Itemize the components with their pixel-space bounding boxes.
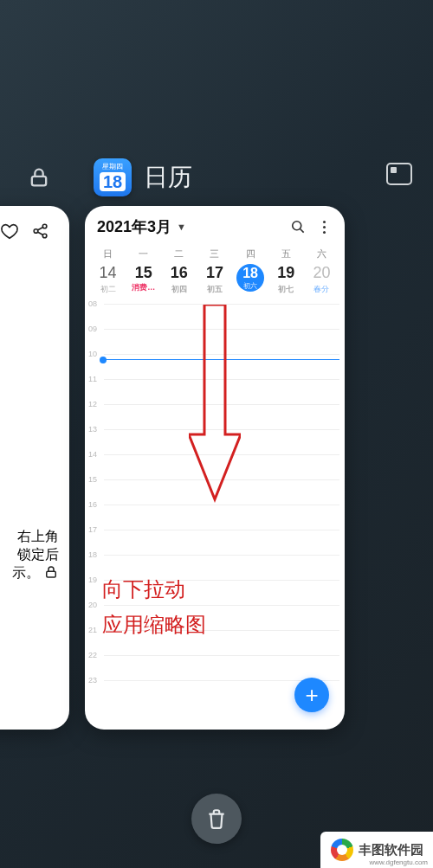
lock-icon <box>43 564 59 580</box>
lock-button[interactable] <box>0 165 78 190</box>
annotation-text: 向下拉动 应用缩略图 <box>102 572 206 643</box>
chevron-down-icon: ▼ <box>177 222 186 232</box>
trash-icon <box>205 807 228 830</box>
split-screen-icon[interactable] <box>386 163 412 185</box>
calendar-app-icon: 星期四 18 <box>94 158 132 196</box>
current-time-indicator <box>104 359 339 360</box>
weekday-label: 四 <box>233 248 268 260</box>
left-card-text-3: 示。 <box>12 564 59 582</box>
calendar-app-card[interactable]: 2021年3月 ▼ 日一二三四五六 14初二15消费…16初四17初五18初六1… <box>85 206 345 730</box>
heart-icon <box>0 222 19 241</box>
day-cell[interactable]: 19初七 <box>268 264 304 295</box>
close-all-button[interactable] <box>191 794 242 844</box>
calendar-toolbar: 2021年3月 ▼ <box>85 206 345 248</box>
left-card-text-2: 锁定后 <box>12 546 59 564</box>
hour-line: 14 <box>104 454 339 455</box>
hour-line: 08 <box>104 304 339 305</box>
watermark: 丰图软件园 www.dgfengtu.com <box>320 832 433 868</box>
svg-rect-4 <box>47 571 56 577</box>
weekday-label: 一 <box>126 248 161 260</box>
svg-point-5 <box>293 222 301 230</box>
hour-line: 16 <box>104 505 339 505</box>
app-icon-day: 18 <box>100 172 126 191</box>
day-cell[interactable]: 16初四 <box>161 264 197 295</box>
more-menu-icon[interactable] <box>315 218 333 235</box>
hour-line: 11 <box>104 379 339 380</box>
weekday-label: 五 <box>268 248 304 260</box>
hour-line: 12 <box>104 404 339 405</box>
lock-icon <box>27 165 51 190</box>
month-label: 2021年3月 <box>97 216 171 237</box>
hour-line: 09 <box>104 329 339 330</box>
watermark-url: www.dgfengtu.com <box>369 858 428 866</box>
search-icon[interactable] <box>289 218 307 235</box>
add-event-button[interactable]: + <box>294 678 329 712</box>
app-header: 星期四 18 日历 <box>94 158 192 196</box>
month-picker[interactable]: 2021年3月 ▼ <box>97 216 186 237</box>
weekday-label: 六 <box>304 248 339 260</box>
day-cell[interactable]: 20春分 <box>304 264 339 295</box>
annotation-line-2: 应用缩略图 <box>102 608 206 643</box>
hour-line: 13 <box>104 429 339 430</box>
previous-app-card[interactable]: 右上角 锁定后 示。 <box>0 206 69 730</box>
weekday-row: 日一二三四五六 <box>85 248 345 260</box>
hour-line: 18 <box>104 555 339 556</box>
day-cell[interactable]: 14初二 <box>90 264 126 295</box>
hour-line: 22 <box>104 655 339 656</box>
watermark-logo <box>331 839 353 861</box>
hour-line: 10 <box>104 354 339 355</box>
app-icon-weekday: 星期四 <box>102 164 123 170</box>
hour-line: 17 <box>104 530 339 530</box>
recent-apps-header: 星期四 18 日历 <box>0 156 433 199</box>
weekday-label: 二 <box>161 248 197 260</box>
annotation-line-1: 向下拉动 <box>102 572 206 608</box>
day-cell[interactable]: 15消费… <box>126 264 161 295</box>
left-card-text-1: 右上角 <box>12 528 59 546</box>
plus-icon: + <box>305 682 318 709</box>
day-row: 14初二15消费…16初四17初五18初六19初七20春分 <box>85 260 345 295</box>
weekday-label: 三 <box>197 248 232 260</box>
day-cell[interactable]: 17初五 <box>197 264 232 295</box>
weekday-label: 日 <box>90 248 126 260</box>
app-title: 日历 <box>144 161 192 194</box>
watermark-name: 丰图软件园 <box>359 842 423 858</box>
day-cell[interactable]: 18初六 <box>233 264 268 295</box>
share-icon <box>31 222 50 241</box>
hour-line: 15 <box>104 479 339 480</box>
schedule-grid[interactable]: 08091011121314151617181920212223 <box>85 300 345 707</box>
svg-rect-0 <box>32 177 46 186</box>
